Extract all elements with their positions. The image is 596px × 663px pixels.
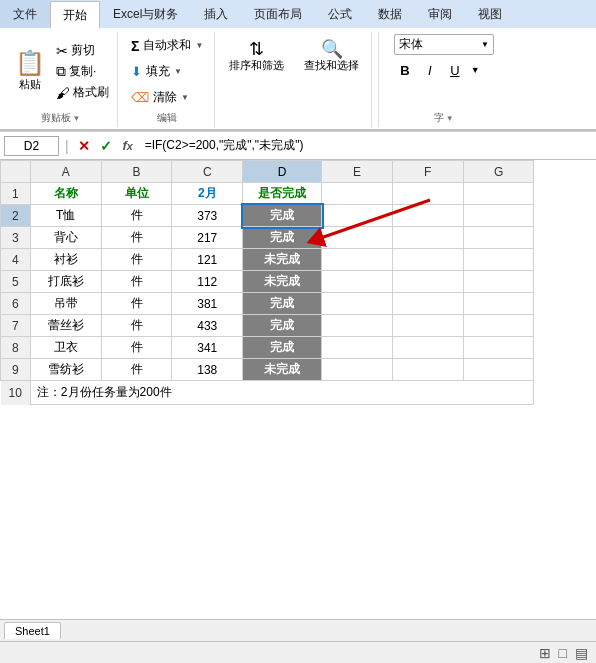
cell-b2[interactable]: 件 — [101, 205, 172, 227]
cell-e8[interactable] — [322, 337, 393, 359]
cell-f6[interactable] — [392, 293, 463, 315]
col-header-e[interactable]: E — [322, 161, 393, 183]
status-icon-preview[interactable]: ▤ — [575, 645, 588, 661]
col-header-b[interactable]: B — [101, 161, 172, 183]
status-icon-grid[interactable]: ⊞ — [539, 645, 551, 661]
cell-d9[interactable]: 未完成 — [243, 359, 322, 381]
col-header-c[interactable]: C — [172, 161, 243, 183]
tab-insert[interactable]: 插入 — [191, 0, 241, 28]
cell-g5[interactable] — [463, 271, 534, 293]
tab-data[interactable]: 数据 — [365, 0, 415, 28]
cell-e3[interactable] — [322, 227, 393, 249]
tab-page-layout[interactable]: 页面布局 — [241, 0, 315, 28]
cell-a8[interactable]: 卫衣 — [30, 337, 101, 359]
tab-review[interactable]: 审阅 — [415, 0, 465, 28]
cell-g9[interactable] — [463, 359, 534, 381]
cell-a7[interactable]: 蕾丝衫 — [30, 315, 101, 337]
cell-a1[interactable]: 名称 — [30, 183, 101, 205]
clear-dropdown-icon[interactable]: ▼ — [181, 93, 189, 102]
cell-f3[interactable] — [392, 227, 463, 249]
bold-button[interactable]: B — [394, 59, 416, 81]
cell-reference-box[interactable]: D2 — [4, 136, 59, 156]
cell-d8[interactable]: 完成 — [243, 337, 322, 359]
cell-c1[interactable]: 2月 — [172, 183, 243, 205]
cell-f9[interactable] — [392, 359, 463, 381]
cell-g6[interactable] — [463, 293, 534, 315]
cell-a2[interactable]: T恤 — [30, 205, 101, 227]
cell-f4[interactable] — [392, 249, 463, 271]
italic-button[interactable]: I — [419, 59, 441, 81]
cell-d5[interactable]: 未完成 — [243, 271, 322, 293]
underline-dropdown[interactable]: ▼ — [471, 65, 480, 75]
cell-g1[interactable] — [463, 183, 534, 205]
tab-formula[interactable]: 公式 — [315, 0, 365, 28]
cell-g7[interactable] — [463, 315, 534, 337]
sort-filter-button[interactable]: ⇅ 排序和筛选 — [223, 36, 290, 77]
tab-view[interactable]: 视图 — [465, 0, 515, 28]
col-header-f[interactable]: F — [392, 161, 463, 183]
cell-d1[interactable]: 是否完成 — [243, 183, 322, 205]
cell-g2[interactable] — [463, 205, 534, 227]
font-expand-icon[interactable]: ▼ — [446, 114, 454, 123]
col-header-d[interactable]: D — [243, 161, 322, 183]
cell-b5[interactable]: 件 — [101, 271, 172, 293]
find-select-button[interactable]: 🔍 查找和选择 — [298, 36, 365, 77]
cell-b6[interactable]: 件 — [101, 293, 172, 315]
col-header-g[interactable]: G — [463, 161, 534, 183]
cut-button[interactable]: ✂ 剪切 — [54, 41, 111, 60]
cell-a4[interactable]: 衬衫 — [30, 249, 101, 271]
cell-f2[interactable] — [392, 205, 463, 227]
paste-button[interactable]: 📋 粘贴 — [10, 34, 50, 109]
cell-b7[interactable]: 件 — [101, 315, 172, 337]
cell-f1[interactable] — [392, 183, 463, 205]
cell-b9[interactable]: 件 — [101, 359, 172, 381]
cell-a3[interactable]: 背心 — [30, 227, 101, 249]
status-icon-page[interactable]: □ — [559, 645, 567, 661]
cancel-formula-icon[interactable]: ✕ — [75, 137, 93, 155]
cell-e5[interactable] — [322, 271, 393, 293]
clipboard-expand-icon[interactable]: ▼ — [73, 114, 81, 123]
fill-dropdown-icon[interactable]: ▼ — [174, 67, 182, 76]
insert-function-icon[interactable]: fx — [119, 137, 137, 155]
tab-excel-finance[interactable]: Excel与财务 — [100, 0, 191, 28]
cell-f7[interactable] — [392, 315, 463, 337]
cell-g4[interactable] — [463, 249, 534, 271]
cell-e6[interactable] — [322, 293, 393, 315]
cell-c6[interactable]: 381 — [172, 293, 243, 315]
cell-a5[interactable]: 打底衫 — [30, 271, 101, 293]
copy-button[interactable]: ⧉ 复制· — [54, 62, 111, 81]
cell-e9[interactable] — [322, 359, 393, 381]
cell-d2[interactable]: 完成 — [243, 205, 322, 227]
cell-e4[interactable] — [322, 249, 393, 271]
cell-b8[interactable]: 件 — [101, 337, 172, 359]
cell-b4[interactable]: 件 — [101, 249, 172, 271]
cell-e2[interactable] — [322, 205, 393, 227]
cell-d4[interactable]: 未完成 — [243, 249, 322, 271]
cell-g8[interactable] — [463, 337, 534, 359]
cell-c8[interactable]: 341 — [172, 337, 243, 359]
sheet-tab-1[interactable]: Sheet1 — [4, 622, 61, 639]
fill-button[interactable]: ⬇ 填充 ▼ — [126, 60, 187, 83]
cell-c7[interactable]: 433 — [172, 315, 243, 337]
cell-c2[interactable]: 373 — [172, 205, 243, 227]
cell-d3[interactable]: 完成 — [243, 227, 322, 249]
cell-a9[interactable]: 雪纺衫 — [30, 359, 101, 381]
cell-c4[interactable]: 121 — [172, 249, 243, 271]
clear-button[interactable]: ⌫ 清除 ▼ — [126, 86, 194, 109]
format-painter-button[interactable]: 🖌 格式刷 — [54, 83, 111, 102]
cell-c3[interactable]: 217 — [172, 227, 243, 249]
font-name-selector[interactable]: 宋体 ▼ — [394, 34, 494, 55]
cell-f8[interactable] — [392, 337, 463, 359]
cell-f5[interactable] — [392, 271, 463, 293]
formula-input[interactable] — [141, 137, 592, 155]
underline-button[interactable]: U — [444, 59, 466, 81]
confirm-formula-icon[interactable]: ✓ — [97, 137, 115, 155]
col-header-a[interactable]: A — [30, 161, 101, 183]
cell-d7[interactable]: 完成 — [243, 315, 322, 337]
tab-home[interactable]: 开始 — [50, 1, 100, 29]
cell-c5[interactable]: 112 — [172, 271, 243, 293]
tab-file[interactable]: 文件 — [0, 0, 50, 28]
cell-b1[interactable]: 单位 — [101, 183, 172, 205]
cell-a6[interactable]: 吊带 — [30, 293, 101, 315]
cell-g3[interactable] — [463, 227, 534, 249]
